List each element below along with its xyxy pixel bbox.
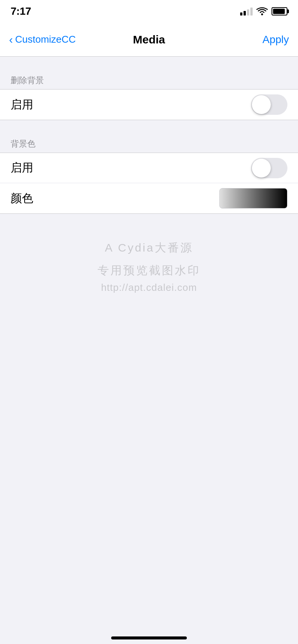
status-icons	[240, 7, 287, 15]
home-indicator	[111, 636, 187, 639]
remove-bg-toggle[interactable]	[251, 94, 287, 115]
wifi-icon	[256, 7, 268, 15]
back-label: CustomizeCC	[15, 34, 76, 45]
section-header-bg-color: 背景色	[0, 131, 298, 153]
section-gap-2	[0, 120, 298, 131]
bg-color-toggle[interactable]	[251, 158, 287, 178]
toggle-knob	[252, 95, 271, 114]
page-title: Media	[133, 33, 165, 46]
table-row: 启用	[0, 153, 298, 183]
nav-bar: ‹ CustomizeCC Media Apply	[0, 23, 298, 57]
section-header-remove-bg: 删除背景	[0, 67, 298, 89]
svg-point-0	[261, 14, 263, 15]
watermark-line2: 专用预览截图水印	[98, 259, 200, 282]
color-swatch[interactable]	[219, 188, 287, 208]
watermark-area: A Cydia大番源 专用预览截图水印 http://apt.cdalei.co…	[0, 214, 298, 293]
remove-bg-enable-label: 启用	[11, 97, 33, 113]
color-label: 颜色	[11, 191, 33, 206]
main-content: 删除背景 启用 背景色 启用 颜色 A Cydia大番源 专用预览截图水印 ht…	[0, 57, 298, 644]
watermark-line3: http://apt.cdalei.com	[101, 282, 197, 293]
status-bar: 7:17	[0, 0, 298, 23]
signal-icon	[240, 7, 253, 15]
settings-group-bg-color: 启用 颜色	[0, 153, 298, 214]
battery-icon	[272, 7, 287, 15]
apply-button[interactable]: Apply	[262, 34, 289, 46]
toggle-knob-2	[252, 159, 271, 178]
section-gap-1	[0, 57, 298, 67]
bg-color-enable-label: 启用	[11, 160, 33, 176]
watermark-line1: A Cydia大番源	[105, 236, 193, 259]
back-button[interactable]: ‹ CustomizeCC	[9, 34, 76, 45]
table-row: 颜色	[0, 183, 298, 213]
table-row: 启用	[0, 90, 298, 120]
settings-group-remove-bg: 启用	[0, 89, 298, 120]
chevron-left-icon: ‹	[9, 34, 13, 45]
status-time: 7:17	[11, 5, 31, 17]
